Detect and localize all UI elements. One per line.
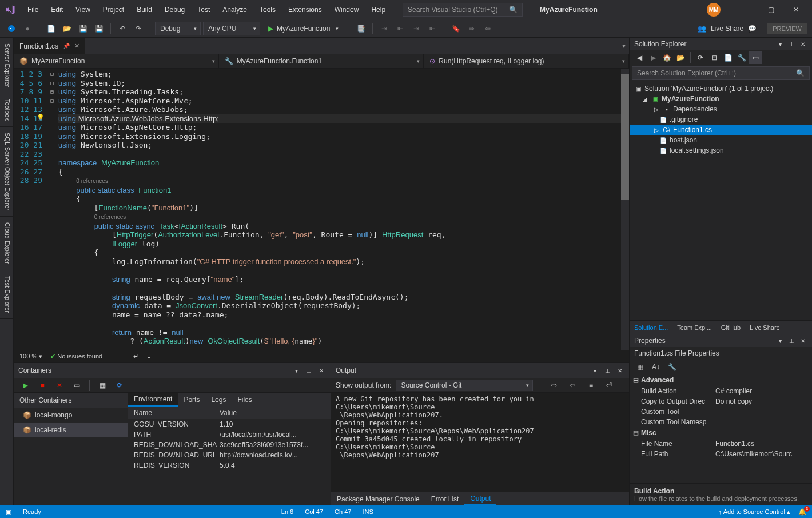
menu-test[interactable]: Test xyxy=(192,2,216,17)
panel-pin-icon[interactable]: ⊥ xyxy=(603,366,612,375)
output-clear-icon[interactable]: ≡ xyxy=(584,378,598,392)
container-delete-icon[interactable]: ✕ xyxy=(53,378,66,392)
prop-row[interactable]: Full PathC:\Users\mikemort\Sourc xyxy=(630,449,812,459)
redo-button[interactable]: ↷ xyxy=(132,22,145,35)
zoom-combo[interactable]: 100 % ▾ xyxy=(19,353,42,360)
configuration-combo[interactable]: Debug xyxy=(155,22,201,35)
prop-alpha-icon[interactable]: A↓ xyxy=(649,360,663,374)
container-start-icon[interactable]: ▶ xyxy=(18,378,32,392)
sql-server-tab[interactable]: SQL Server Object Explorer xyxy=(0,127,13,217)
prop-row[interactable]: Custom Tool Namesp xyxy=(630,417,812,427)
expand-icon[interactable]: ◢ xyxy=(641,96,649,102)
collapse-icon[interactable]: ⊟ xyxy=(633,429,639,437)
col-name[interactable]: Name xyxy=(134,409,220,417)
output-goto-icon[interactable]: ⇨ xyxy=(547,378,561,392)
menu-view[interactable]: View xyxy=(70,2,96,17)
env-row[interactable]: REDIS_DOWNLOAD_SHA3ce9ceff5a23f60913e157… xyxy=(128,440,331,450)
prop-category-misc[interactable]: ⊟Misc xyxy=(630,427,812,439)
tab-pmc[interactable]: Package Manager Console xyxy=(331,492,425,505)
solution-search[interactable]: Search Solution Explorer (Ctrl+;) 🔍 xyxy=(632,66,810,80)
prop-wrench-icon[interactable]: 🔧 xyxy=(665,360,679,374)
se-home-icon[interactable]: 🏠 xyxy=(660,51,673,64)
caret-row-icon[interactable]: ⌄ xyxy=(146,353,152,360)
panel-close-icon[interactable]: ✕ xyxy=(615,366,624,375)
step-button-1[interactable]: ⇥ xyxy=(377,22,391,35)
tab-files[interactable]: Files xyxy=(232,393,257,407)
prop-row[interactable]: Build ActionC# compiler xyxy=(630,386,812,396)
nav-method-combo[interactable]: ⊙Run(HttpRequest req, ILogger log) xyxy=(424,54,629,68)
bookmark-button[interactable]: 🔖 xyxy=(449,22,463,35)
panel-pin-icon[interactable]: ⊥ xyxy=(787,336,796,345)
start-debugging-button[interactable]: ▶ MyAzureFunction ▾ xyxy=(262,22,344,35)
user-avatar[interactable]: MM xyxy=(707,3,721,17)
minimize-button[interactable]: ─ xyxy=(734,1,757,18)
prop-categorized-icon[interactable]: ▦ xyxy=(633,360,647,374)
container-item-mongo[interactable]: 📦local-mongo xyxy=(14,408,128,423)
panel-dropdown-icon[interactable]: ▾ xyxy=(590,366,599,375)
undo-button[interactable]: ↶ xyxy=(116,22,129,35)
file-tab-function1[interactable]: Function1.cs 📌 ✕ xyxy=(14,38,85,54)
nav-class-combo[interactable]: 🔧MyAzureFunction.Function1 xyxy=(219,54,424,68)
menu-edit[interactable]: Edit xyxy=(45,2,69,17)
editor-scrollbar[interactable] xyxy=(621,69,629,350)
tree-localsettings[interactable]: 📄local.settings.json xyxy=(630,145,812,156)
bookmark-prev[interactable]: ⇦ xyxy=(481,22,495,35)
tab-ports[interactable]: Ports xyxy=(178,393,205,407)
menu-window[interactable]: Window xyxy=(329,2,365,17)
se-refresh-icon[interactable]: ⟳ xyxy=(694,51,707,64)
nav-back-button[interactable] xyxy=(5,22,18,35)
se-properties-icon[interactable]: 🔧 xyxy=(735,51,748,64)
tab-output[interactable]: Output xyxy=(464,492,496,505)
output-source-combo[interactable]: Source Control - Git xyxy=(396,380,533,391)
menu-project[interactable]: Project xyxy=(97,2,130,17)
cloud-explorer-tab[interactable]: Cloud Explorer xyxy=(0,217,13,270)
bookmark-next[interactable]: ⇨ xyxy=(465,22,479,35)
panel-pin-icon[interactable]: ⊥ xyxy=(304,366,313,375)
close-button[interactable]: ✕ xyxy=(785,1,807,18)
nav-project-combo[interactable]: 📦MyAzureFunction xyxy=(14,54,219,68)
env-row[interactable]: REDIS_VERSION5.0.4 xyxy=(128,460,331,471)
tree-project[interactable]: ◢▣MyAzureFunction xyxy=(630,94,812,104)
env-row[interactable]: REDIS_DOWNLOAD_URLhttp://download.redis.… xyxy=(128,450,331,460)
menu-file[interactable]: File xyxy=(22,2,44,17)
menu-debug[interactable]: Debug xyxy=(159,2,190,17)
crlf-icon[interactable]: ↵ xyxy=(133,353,138,360)
close-tab-icon[interactable]: ✕ xyxy=(74,42,79,50)
menu-extensions[interactable]: Extensions xyxy=(282,2,328,17)
fold-column[interactable]: ⊟ ⊟ ⊟ ⊟ xyxy=(48,69,56,350)
code-text[interactable]: using System; using System.IO; using Sys… xyxy=(56,69,621,350)
step-button-2[interactable]: ⇤ xyxy=(393,22,407,35)
panel-dropdown-icon[interactable]: ▾ xyxy=(775,39,785,49)
toolbox-tab[interactable]: Toolbox xyxy=(0,93,13,127)
step-button-3[interactable]: ⇥ xyxy=(409,22,423,35)
tab-errorlist[interactable]: Error List xyxy=(425,492,465,505)
toolbar-button-1[interactable]: 📑 xyxy=(354,22,368,35)
tree-hostjson[interactable]: 📄host.json xyxy=(630,135,812,145)
tab-liveshare[interactable]: Live Share xyxy=(745,321,785,334)
container-stop-icon[interactable]: ■ xyxy=(35,378,49,392)
save-all-button[interactable]: 💾 xyxy=(92,22,106,35)
se-showall-icon[interactable]: 📄 xyxy=(722,51,734,64)
container-view-icon[interactable]: ▦ xyxy=(95,378,109,392)
env-row[interactable]: GOSU_VERSION1.10 xyxy=(128,419,331,429)
platform-combo[interactable]: Any CPU xyxy=(203,22,260,35)
container-terminal-icon[interactable]: ▭ xyxy=(70,378,83,392)
tree-function1[interactable]: ▷C#Function1.cs xyxy=(630,125,812,135)
code-editor[interactable]: 1 2 3 4 5 6 7 8 9 10 11 12 13 14 15 16 1… xyxy=(14,69,629,350)
notifications-icon[interactable]: 🔔3 xyxy=(798,508,806,516)
output-wrap-icon[interactable]: ⏎ xyxy=(602,378,616,392)
panel-close-icon[interactable]: ✕ xyxy=(798,39,807,49)
save-button[interactable]: 💾 xyxy=(76,22,90,35)
lightbulb-icon[interactable]: 💡 xyxy=(37,114,45,121)
menu-tools[interactable]: Tools xyxy=(254,2,281,17)
prop-row[interactable]: Copy to Output DirecDo not copy xyxy=(630,396,812,407)
tab-github[interactable]: GitHub xyxy=(717,321,745,334)
step-button-4[interactable]: ⇤ xyxy=(425,22,439,35)
menu-analyze[interactable]: Analyze xyxy=(217,2,253,17)
se-fwd-icon[interactable]: ▶ xyxy=(647,51,659,64)
tab-logs[interactable]: Logs xyxy=(205,393,232,407)
expand-icon[interactable]: ▷ xyxy=(652,127,660,133)
tab-overflow-icon[interactable]: ▾ xyxy=(619,38,629,54)
expand-icon[interactable]: ▷ xyxy=(652,106,660,113)
env-row[interactable]: PATH/usr/local/sbin:/usr/local... xyxy=(128,429,331,440)
